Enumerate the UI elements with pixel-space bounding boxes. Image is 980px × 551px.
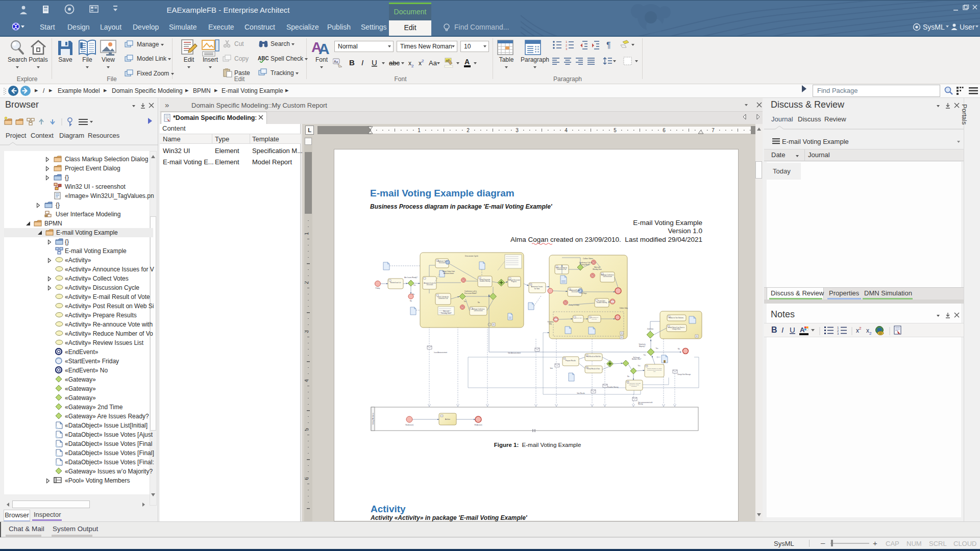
svg-text:A: A [318, 40, 330, 57]
svg-text:for Vote: for Vote [534, 288, 540, 290]
svg-text:Tally: Tally [549, 323, 552, 325]
svg-text:2: 2 [422, 59, 424, 63]
svg-text:No: No [410, 300, 412, 302]
svg-text:7: 7 [712, 128, 715, 133]
svg-text:A: A [464, 58, 470, 66]
svg-text:E-mail Result of Vote: E-mail Result of Vote [587, 368, 600, 370]
svg-text:No: No [412, 293, 414, 295]
svg-text:B: B [349, 58, 355, 67]
svg-text:Yes: Yes [656, 347, 658, 349]
svg-text:Archive: Archive [445, 418, 450, 420]
svg-text:2: 2 [869, 331, 872, 335]
svg-text:5: 5 [305, 428, 309, 431]
svg-text:No: No [627, 375, 629, 378]
svg-text:Conference Call: Conference Call [557, 268, 567, 270]
svg-text:4: 4 [305, 379, 309, 382]
svg-text:Reduce to Two Solutions: Reduce to Two Solutions [669, 317, 684, 319]
svg-text:1: 1 [418, 128, 421, 133]
svg-text:Voting Members: Voting Members [372, 413, 374, 424]
svg-text:2: 2 [467, 128, 470, 133]
svg-text:Vote: Vote [653, 371, 656, 372]
svg-text:Warning: Warning [638, 403, 643, 405]
svg-text:Call Discussion: Call Discussion [603, 276, 612, 278]
svg-text:Members: Members [631, 386, 637, 387]
svg-text:call Discussion: call Discussion [474, 310, 483, 312]
svg-text:Review Issue List: Review Issue List [390, 282, 401, 284]
svg-text:2: 2 [566, 44, 568, 47]
svg-text:A: A [800, 326, 805, 334]
svg-text:Members Vote?: Members Vote? [632, 358, 642, 360]
svg-text:Thursday 9am?: Thursday 9am? [441, 312, 452, 314]
svg-text:Progress: Progress [511, 281, 517, 283]
svg-text:Yes: Yes [644, 354, 646, 356]
svg-text:Deadline Warning: Deadline Warning [608, 386, 619, 388]
svg-text:Discussion: Discussion [572, 291, 578, 293]
svg-text:2: 2 [305, 281, 309, 284]
svg-text:Yes: Yes [638, 365, 641, 367]
svg-text:14 Days: 14 Days [581, 292, 587, 294]
svg-text:5: 5 [614, 128, 617, 133]
svg-text:Deadline Warning: Deadline Warning [597, 302, 607, 304]
svg-text:Vote Results: Vote Results [577, 392, 585, 394]
svg-text:4: 4 [565, 128, 568, 133]
svg-text:Announce Tally: Announce Tally [574, 317, 583, 319]
svg-text:3: 3 [516, 128, 519, 133]
svg-text:B: B [771, 325, 777, 334]
svg-text:I: I [361, 58, 363, 67]
svg-text:Change Vote Message: Change Vote Message [677, 373, 691, 375]
svg-text:Aa: Aa [429, 59, 437, 67]
svg-text:Friday: Friday [376, 287, 380, 289]
svg-text:¶: ¶ [606, 41, 611, 49]
svg-text:6: 6 [305, 477, 309, 480]
svg-text:Discussion: Discussion [439, 262, 446, 264]
svg-text:1: 1 [566, 40, 568, 43]
svg-text:Aa: Aa [334, 60, 338, 63]
svg-text:Discussion Cycle: Discussion Cycle [465, 255, 478, 257]
svg-text:Discussion: Discussion [427, 284, 433, 286]
svg-text:No: No [678, 348, 680, 350]
svg-text:Monday 9am: Monday 9am [593, 268, 602, 270]
svg-text:3: 3 [305, 330, 309, 333]
svg-text:Prepare Results: Prepare Results [566, 360, 576, 362]
svg-text:Vote: Vote [550, 367, 553, 369]
svg-text:Start[Loser]: Start[Loser] [405, 424, 413, 426]
svg-text:3: 3 [566, 47, 568, 50]
svg-text:Web Site: Web Site [592, 318, 597, 320]
svg-text:Conference Call: Conference Call [438, 297, 448, 299]
svg-text:Majority?: Majority? [639, 345, 646, 347]
svg-text:No: No [478, 302, 480, 304]
svg-text:Announcement: Announcement [444, 272, 454, 274]
svg-text:Post Result on Web Site: Post Result on Web Site [586, 356, 601, 358]
svg-text:Change Votes: Change Votes [672, 328, 681, 330]
svg-text:I: I [781, 325, 783, 334]
svg-text:1: 1 [305, 232, 309, 235]
svg-text:Yes: Yes [413, 284, 416, 286]
svg-text:U: U [790, 325, 795, 334]
svg-text:2: 2 [859, 326, 862, 331]
svg-text:2: 2 [411, 64, 414, 68]
svg-text:Deadline Warning: Deadline Warning [480, 280, 491, 282]
svg-text:Debes 1day: Debes 1day [620, 307, 628, 309]
svg-text:Collect Votes: Collect Votes [583, 258, 593, 260]
svg-text:End[Loser]: End[Loser] [475, 424, 482, 426]
svg-text:Are Issues Ready?: Are Issues Ready? [404, 277, 418, 279]
svg-text:3: 3 [837, 332, 839, 335]
svg-text:6: 6 [663, 128, 666, 133]
svg-text:Vote Announcement: Vote Announcement [508, 352, 521, 354]
svg-text:Issue Announcement: Issue Announcement [434, 352, 447, 354]
svg-text:Discussion Mode?: Discussion Mode? [464, 292, 477, 294]
svg-text:U: U [372, 58, 377, 67]
svg-text:abc: abc [389, 59, 400, 67]
